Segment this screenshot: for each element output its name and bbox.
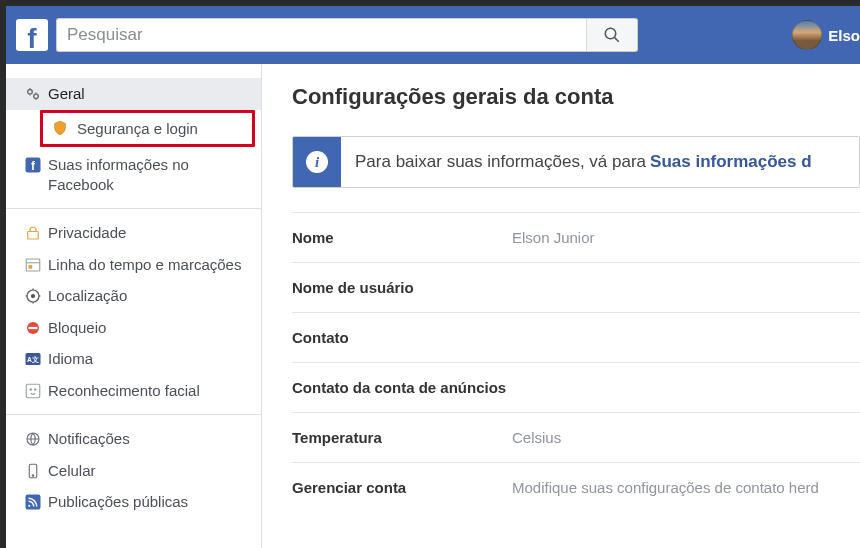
- table-row[interactable]: Nome Elson Junior: [292, 213, 860, 263]
- svg-point-18: [35, 388, 37, 390]
- sidebar-item-label: Privacidade: [48, 223, 126, 243]
- fb-square-icon: f: [24, 156, 42, 174]
- svg-point-11: [32, 295, 35, 298]
- row-val: Modifique suas configurações de contato …: [512, 463, 860, 513]
- notice-text: Para baixar suas informações, vá para Su…: [341, 137, 859, 187]
- info-icon: i: [293, 137, 341, 187]
- sidebar-item-label: Suas informações no Facebook: [48, 155, 251, 194]
- svg-rect-6: [28, 232, 39, 240]
- sidebar-item-label: Idioma: [48, 349, 93, 369]
- fb-logo-icon[interactable]: f: [16, 19, 48, 51]
- sidebar-item-label: Segurança e login: [77, 119, 198, 139]
- user-name: Elso: [828, 27, 860, 44]
- sidebar-item-seguranca[interactable]: Segurança e login: [43, 113, 252, 145]
- svg-rect-16: [26, 384, 40, 398]
- search-icon: [603, 26, 621, 44]
- row-val: [512, 313, 860, 363]
- sidebar-item-idioma[interactable]: A文 Idioma: [6, 343, 261, 375]
- language-icon: A文: [24, 350, 42, 368]
- sidebar-item-celular[interactable]: Celular: [6, 455, 261, 487]
- table-row[interactable]: Contato da conta de anúncios: [292, 363, 860, 413]
- notice-msg: Para baixar suas informações, vá para: [355, 152, 646, 172]
- row-key: Nome de usuário: [292, 263, 512, 313]
- sidebar-item-label: Notificações: [48, 429, 130, 449]
- highlight-annotation: Segurança e login: [40, 110, 255, 148]
- sidebar-item-label: Celular: [48, 461, 96, 481]
- timeline-icon: [24, 256, 42, 274]
- sidebar-item-publicacoes-publicas[interactable]: Publicações públicas: [6, 486, 261, 518]
- table-row[interactable]: Gerenciar conta Modifique suas configura…: [292, 463, 860, 513]
- row-val: Elson Junior: [512, 213, 860, 263]
- notice-link[interactable]: Suas informações d: [650, 152, 812, 172]
- row-key: Gerenciar conta: [292, 463, 512, 513]
- svg-point-23: [28, 505, 30, 507]
- svg-point-21: [32, 474, 34, 476]
- row-val: [512, 263, 860, 313]
- table-row[interactable]: Temperatura Celsius: [292, 413, 860, 463]
- sidebar-item-label: Publicações públicas: [48, 492, 188, 512]
- search-input[interactable]: [56, 18, 586, 52]
- row-key: Nome: [292, 213, 512, 263]
- row-key: Contato: [292, 313, 512, 363]
- svg-rect-22: [26, 495, 41, 510]
- sidebar-item-bloqueio[interactable]: Bloqueio: [6, 312, 261, 344]
- sidebar-item-label: Geral: [48, 84, 85, 104]
- sidebar-item-label: Localização: [48, 286, 127, 306]
- table-row[interactable]: Nome de usuário: [292, 263, 860, 313]
- row-val: [512, 363, 860, 413]
- rss-icon: [24, 493, 42, 511]
- table-row[interactable]: Contato: [292, 313, 860, 363]
- sidebar-group-3: Notificações Celular Publicações pública…: [6, 423, 261, 526]
- sidebar-item-geral[interactable]: Geral: [6, 78, 261, 110]
- globe-icon: [24, 430, 42, 448]
- settings-table: Nome Elson Junior Nome de usuário Contat…: [292, 212, 860, 512]
- main-content: Configurações gerais da conta i Para bai…: [262, 64, 860, 548]
- sidebar-item-privacidade[interactable]: Privacidade: [6, 217, 261, 249]
- download-info-notice[interactable]: i Para baixar suas informações, vá para …: [292, 136, 860, 188]
- search-button[interactable]: [586, 18, 638, 52]
- face-icon: [24, 382, 42, 400]
- sidebar-item-linha-do-tempo[interactable]: Linha do tempo e marcações: [6, 249, 261, 281]
- shield-icon: [51, 119, 69, 137]
- sidebar-item-suas-informacoes[interactable]: f Suas informações no Facebook: [6, 149, 261, 200]
- sidebar-item-localizacao[interactable]: Localização: [6, 280, 261, 312]
- row-key: Temperatura: [292, 413, 512, 463]
- sidebar-group-1: Geral Segurança e login f Suas informaçõ…: [6, 78, 261, 209]
- sidebar-item-label: Linha do tempo e marcações: [48, 255, 241, 275]
- page-title: Configurações gerais da conta: [292, 84, 860, 110]
- svg-point-0: [605, 28, 616, 39]
- user-menu[interactable]: Elso: [792, 6, 860, 64]
- svg-point-2: [28, 90, 33, 95]
- sidebar-item-reconhecimento-facial[interactable]: Reconhecimento facial: [6, 375, 261, 407]
- sidebar-group-2: Privacidade Linha do tempo e marcações L…: [6, 217, 261, 415]
- svg-line-1: [615, 38, 619, 42]
- search-wrap: [56, 18, 638, 52]
- svg-text:A文: A文: [27, 355, 39, 364]
- avatar: [792, 20, 822, 50]
- gears-icon: [24, 85, 42, 103]
- svg-point-17: [30, 388, 32, 390]
- row-key: Contato da conta de anúncios: [292, 363, 512, 413]
- svg-rect-13: [29, 326, 38, 328]
- block-icon: [24, 319, 42, 337]
- row-val: Celsius: [512, 413, 860, 463]
- topbar: f Elso: [6, 6, 860, 64]
- svg-point-3: [34, 94, 39, 99]
- location-icon: [24, 287, 42, 305]
- svg-rect-9: [29, 265, 33, 269]
- sidebar-item-label: Reconhecimento facial: [48, 381, 200, 401]
- svg-rect-7: [26, 259, 40, 271]
- lock-icon: [24, 224, 42, 242]
- sidebar-item-label: Bloqueio: [48, 318, 106, 338]
- sidebar-item-notificacoes[interactable]: Notificações: [6, 423, 261, 455]
- mobile-icon: [24, 462, 42, 480]
- settings-sidebar: Geral Segurança e login f Suas informaçõ…: [6, 64, 262, 548]
